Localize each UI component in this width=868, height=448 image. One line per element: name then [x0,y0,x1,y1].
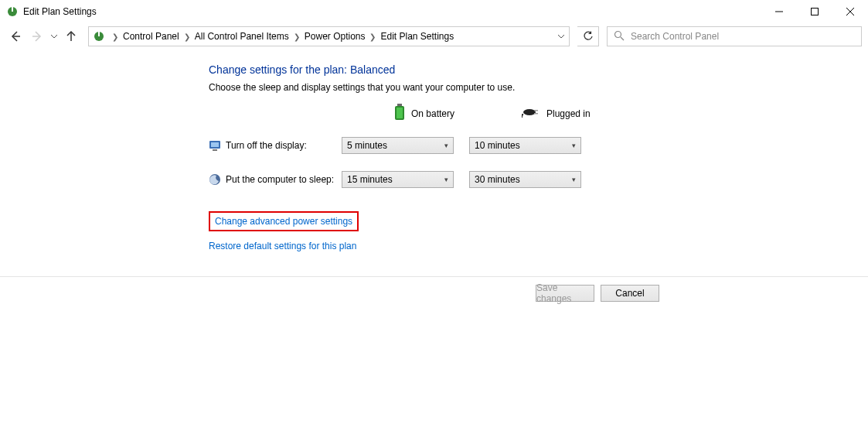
plug-icon [522,107,540,120]
display-icon [209,139,221,152]
svg-point-16 [523,109,536,115]
window-title: Edit Plan Settings [23,6,97,17]
search-icon [614,30,625,43]
svg-line-12 [621,37,624,40]
power-options-icon [6,5,19,18]
content-area: Change settings for the plan: Balanced C… [0,50,868,262]
minimize-button[interactable] [761,0,797,23]
column-plugged-in: Plugged in [522,107,634,120]
back-button[interactable] [6,27,25,46]
svg-rect-13 [397,104,402,106]
titlebar: Edit Plan Settings [0,0,868,23]
close-button[interactable] [832,0,868,23]
svg-rect-3 [812,9,819,15]
power-options-icon [92,29,106,43]
nav-bar: ❯ Control Panel ❯ All Control Panel Item… [0,23,868,50]
cancel-button[interactable]: Cancel [601,285,659,302]
chevron-right-icon[interactable]: ❯ [181,32,193,41]
address-dropdown-button[interactable] [553,27,569,46]
link-restore-defaults[interactable]: Restore default settings for this plan [209,241,356,251]
recent-locations-button[interactable] [49,33,59,39]
save-button[interactable]: Save changes [536,285,594,302]
search-box[interactable] [607,26,862,46]
svg-rect-17 [534,110,538,111]
svg-rect-15 [397,108,403,118]
chevron-down-icon: ▾ [444,176,448,183]
svg-rect-1 [12,7,13,12]
sleep-plugged-dropdown[interactable]: 30 minutes ▾ [469,171,581,188]
chevron-right-icon[interactable]: ❯ [291,32,303,41]
page-heading: Change settings for the plan: Balanced [209,63,868,76]
refresh-button[interactable] [577,26,599,46]
column-on-battery: On battery [394,104,522,123]
sleep-icon [209,173,221,186]
display-battery-dropdown[interactable]: 5 minutes ▾ [342,137,454,154]
svg-point-11 [615,31,621,37]
search-input[interactable] [629,30,861,43]
sleep-battery-dropdown[interactable]: 15 minutes ▾ [342,171,454,188]
page-subtext: Choose the sleep and display settings th… [209,82,868,93]
breadcrumb-item[interactable]: All Control Panel Items [193,31,291,42]
address-bar[interactable]: ❯ Control Panel ❯ All Control Panel Item… [88,26,570,46]
chevron-down-icon: ▾ [572,142,576,149]
chevron-down-icon: ▾ [444,142,448,149]
svg-rect-20 [211,142,219,147]
row-sleep: Put the computer to sleep: 15 minutes ▾ … [209,171,868,188]
svg-rect-18 [534,113,538,115]
link-advanced-settings[interactable]: Change advanced power settings [215,216,352,227]
row-label: Turn off the display: [226,140,342,151]
svg-rect-21 [213,149,217,151]
highlight-box: Change advanced power settings [209,211,359,231]
breadcrumb-item[interactable]: Edit Plan Settings [379,31,455,42]
battery-icon [394,104,405,123]
display-plugged-dropdown[interactable]: 10 minutes ▾ [469,137,581,154]
breadcrumb-item[interactable]: Power Options [303,31,367,42]
chevron-down-icon: ▾ [572,176,576,183]
breadcrumb-item[interactable]: Control Panel [121,31,181,42]
chevron-right-icon[interactable]: ❯ [109,32,121,41]
forward-button[interactable] [28,27,46,46]
row-label: Put the computer to sleep: [226,174,342,185]
svg-rect-10 [98,32,100,36]
row-turn-off-display: Turn off the display: 5 minutes ▾ 10 min… [209,137,868,154]
chevron-right-icon[interactable]: ❯ [366,32,379,41]
up-button[interactable] [62,27,80,46]
maximize-button[interactable] [797,0,832,23]
footer-bar: Save changes Cancel [0,276,868,309]
